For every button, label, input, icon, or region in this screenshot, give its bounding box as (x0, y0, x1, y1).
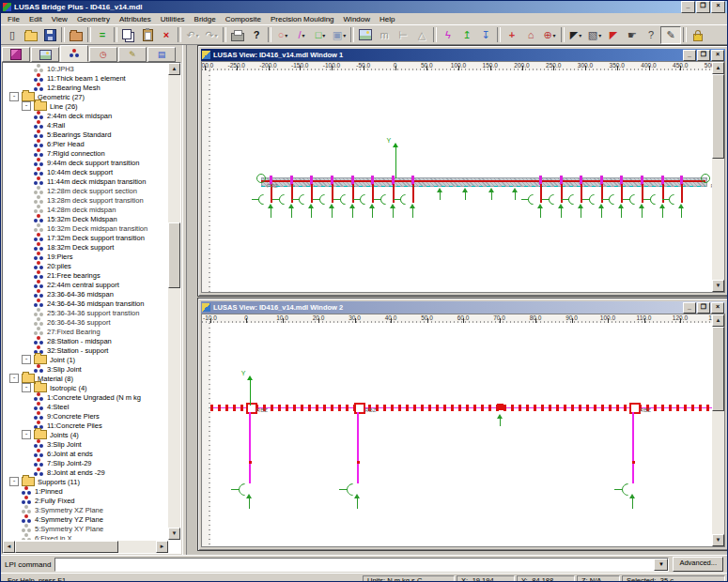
layers-tab[interactable] (2, 47, 30, 62)
lock-toggle-button[interactable] (689, 27, 707, 43)
utilities-tab[interactable]: ✎ (118, 47, 147, 62)
tree-item-row[interactable]: 12:28m deck support section (4, 186, 167, 195)
scroll-up-icon[interactable]: ▲ (712, 62, 724, 74)
analyses-tab[interactable]: ◷ (89, 47, 117, 62)
collapse-icon[interactable]: - (22, 355, 31, 364)
tree-item-row[interactable]: 25:36-34-36 support transtion (4, 308, 167, 317)
tree-folder-row[interactable]: -Geometric (27) (4, 92, 167, 101)
surface-tool-button[interactable]: □▾ (311, 27, 330, 43)
menu-item-geometry[interactable]: Geometry (72, 14, 115, 24)
tree-item-row[interactable]: 11:Thick beam 1 element (4, 73, 167, 83)
tree-item-row[interactable]: 2:44m deck midspan (4, 111, 167, 120)
menu-item-bridge[interactable]: Bridge (190, 14, 221, 24)
tree-item-row[interactable]: 4:Steel (4, 402, 167, 411)
chevron-down-icon[interactable]: ▾ (598, 32, 601, 38)
tree-item-row[interactable]: 15:32m Deck Midspan (4, 214, 167, 223)
view1-restore-button[interactable]: ❐ (697, 50, 710, 61)
scroll-down-icon[interactable]: ▼ (712, 534, 724, 546)
deselect-cursor-button[interactable]: ◤ (604, 27, 623, 43)
tree-folder-row[interactable]: -Joints (4) (4, 430, 167, 439)
save-file-button[interactable] (40, 27, 59, 43)
tree-item-row[interactable]: 10:JPH3 (4, 64, 167, 73)
tree-folder-row[interactable]: -Supports (11) (4, 477, 167, 486)
menu-item-help[interactable]: Help (375, 14, 399, 24)
view2-restore-button[interactable]: ❐ (697, 302, 710, 314)
menu-item-view[interactable]: View (47, 14, 72, 24)
view1-vertical-scrollbar[interactable]: ▲ ▼ (712, 62, 724, 292)
tree-hscroll-thumb[interactable] (15, 541, 118, 553)
tree-item-row[interactable]: 24:36-64-36 midspan transition (4, 299, 167, 308)
scroll-left-icon[interactable]: ◄ (3, 541, 15, 553)
tree-item-row[interactable]: 9:44m deck support transition (4, 158, 167, 167)
scroll-up-icon[interactable]: ▲ (712, 314, 724, 327)
tree-vertical-scrollbar[interactable]: ▲ ▼ (168, 63, 180, 540)
tree-item-row[interactable]: 5:Bearings Standard (4, 130, 167, 139)
tree-item-row[interactable]: 32:Station - support (4, 345, 167, 355)
insert-image-button[interactable] (356, 27, 375, 43)
collapse-icon[interactable]: - (9, 374, 19, 383)
tree-item-row[interactable]: 6:Pier Head (4, 139, 167, 148)
tree-horizontal-scrollbar[interactable]: ◄ ► (3, 541, 168, 553)
view2-close-button[interactable]: × (711, 302, 724, 314)
collapse-icon[interactable]: - (9, 477, 19, 486)
chevron-down-icon[interactable]: ▾ (215, 32, 218, 38)
tree-item-row[interactable]: 10:44m deck support (4, 167, 167, 176)
view1-title-bar[interactable]: LUSAS View: ID416_v14.mdl Window 1 _ ❐ × (201, 49, 725, 61)
tree-item-row[interactable]: 14:28m deck midspan (4, 205, 167, 214)
mesh-tool-button[interactable]: m (375, 27, 394, 43)
tree-item-row[interactable]: 11:44m deck midspan transition (4, 176, 167, 186)
tree-item-row[interactable]: 22:44m central support (4, 280, 167, 289)
tree-item-row[interactable]: 7:Slip Joint-29 (4, 458, 167, 467)
support-tool-button[interactable]: ⊢ (394, 27, 412, 43)
redo-button[interactable]: ↷▾ (202, 27, 221, 43)
chevron-down-icon[interactable]: ▼ (654, 559, 668, 571)
chevron-down-icon[interactable]: ▾ (579, 32, 581, 38)
edit-cursor-button[interactable]: ✎ (660, 26, 681, 44)
view2-vscroll-thumb[interactable] (712, 327, 724, 411)
collapse-icon[interactable]: - (9, 92, 19, 101)
loading-tool-button[interactable]: △ (412, 27, 431, 43)
tree-item-row[interactable]: 28:Station - midspan (4, 336, 167, 345)
collapse-icon[interactable]: - (22, 383, 31, 392)
view1-vscroll-thumb[interactable] (712, 74, 724, 159)
collapse-icon[interactable]: - (22, 430, 31, 439)
scroll-down-icon[interactable]: ▼ (168, 528, 180, 540)
new-file-button[interactable]: ▯ (3, 27, 22, 43)
mesh-equivalence-button[interactable]: = (93, 27, 112, 43)
menu-item-window[interactable]: Window (339, 14, 375, 24)
tree-item-row[interactable]: 20:piles (4, 261, 167, 270)
menu-item-attributes[interactable]: Attributes (115, 14, 156, 24)
menu-item-file[interactable]: File (3, 14, 24, 24)
query-cursor-button[interactable]: ? (642, 27, 660, 43)
tree-item-row[interactable]: 13:28m deck support transition (4, 195, 167, 205)
tree-item-row[interactable]: 1:Pinned (4, 486, 167, 496)
print-button[interactable] (228, 27, 247, 43)
tree-item-row[interactable]: 4:Symmetry YZ Plane (4, 514, 167, 524)
tree-item-row[interactable]: 5:Symmetry XY Plane (4, 524, 167, 533)
maximize-button[interactable]: ❐ (696, 1, 710, 13)
select-box-button[interactable]: ▧▾ (585, 27, 604, 43)
tree-item-row[interactable]: 26:36-64-36 support (4, 317, 167, 327)
delete-button[interactable]: × (157, 27, 176, 43)
scroll-up-icon[interactable]: ▲ (168, 63, 180, 75)
tree-item-row[interactable]: 6:Fixed in X (4, 533, 167, 540)
lpi-command-input[interactable] (55, 559, 654, 571)
contours-toggle-button[interactable]: ↥ (457, 27, 476, 43)
tree-item-row[interactable]: 7:Rigid connection (4, 148, 167, 158)
deformed-mesh-button[interactable]: ϟ (439, 27, 457, 43)
tree-item-row[interactable]: 3:Symmetry XZ Plane (4, 505, 167, 514)
view1-close-button[interactable]: × (711, 50, 724, 61)
advanced-button[interactable]: Advanced... (673, 557, 723, 572)
minimize-button[interactable]: _ (681, 1, 695, 13)
reports-tab[interactable]: ▤ (147, 47, 176, 62)
line-tool-button[interactable]: /▾ (292, 27, 311, 43)
tree-item-row[interactable]: 6:Joint at ends (4, 449, 167, 458)
tree-item-row[interactable]: 9:Concrete Piers (4, 411, 167, 421)
chevron-down-icon[interactable]: ▾ (553, 32, 556, 38)
chevron-down-icon[interactable]: ▾ (302, 32, 305, 38)
copy-button[interactable] (119, 27, 138, 43)
view2-title-bar[interactable]: LUSAS View: ID416_v14.mdl Window 2 _ ❐ × (201, 301, 725, 314)
tree-item-row[interactable]: 19:Piers (4, 252, 167, 261)
close-button[interactable]: × (711, 1, 725, 13)
tree-item-row[interactable]: 3:Slip Joint (4, 439, 167, 449)
